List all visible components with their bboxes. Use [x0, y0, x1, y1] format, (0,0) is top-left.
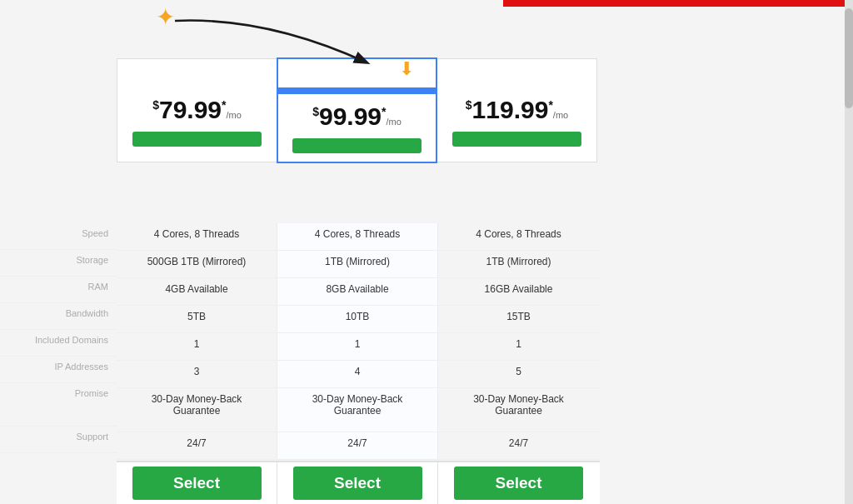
feature-cell-0-1: 4 Cores, 8 Threads — [277, 223, 438, 250]
premium-price-block: $119.99*/mo — [437, 87, 596, 127]
feature-cell-7-0: 24/7 — [117, 432, 277, 459]
feature-cell-5-1: 4 — [277, 361, 438, 387]
bottom-select-cell-2: Select — [438, 462, 599, 504]
feature-cell-6-1: 30-Day Money-Back Guarantee — [277, 388, 438, 432]
bottom-select-buttons: SelectSelectSelect — [117, 461, 600, 504]
feature-cell-0-0: 4 Cores, 8 Threads — [117, 223, 277, 250]
feature-row-2: 4GB Available8GB Available16GB Available — [117, 278, 600, 306]
recommended-badge — [278, 87, 436, 94]
feature-cell-1-0: 500GB 1TB (Mirrored) — [117, 251, 277, 277]
enhanced-select-top-button[interactable] — [292, 138, 422, 153]
promo-banner — [503, 0, 853, 7]
feature-row-7: 24/724/724/7 — [117, 432, 600, 460]
feature-cell-2-0: 4GB Available — [117, 278, 277, 305]
feature-cell-2-2: 16GB Available — [438, 278, 599, 305]
scrollbar-thumb[interactable] — [845, 8, 853, 108]
feature-cell-7-1: 24/7 — [277, 432, 438, 459]
enhanced-current-price: $99.99*/mo — [285, 102, 429, 130]
enhanced-title-row — [278, 59, 436, 87]
feature-cell-0-2: 4 Cores, 8 Threads — [438, 223, 599, 250]
standard-select-top-button[interactable] — [132, 132, 262, 147]
feature-label-1: Storage — [0, 250, 117, 277]
feature-row-1: 500GB 1TB (Mirrored)1TB (Mirrored)1TB (M… — [117, 251, 600, 278]
feature-cell-4-2: 1 — [438, 333, 599, 360]
feature-row-3: 5TB10TB15TB — [117, 306, 600, 333]
feature-label-6: Promise — [0, 383, 117, 427]
bottom-select-cell-0: Select — [117, 462, 277, 504]
standard-current-price: $79.99*/mo — [124, 96, 270, 123]
bottom-select-cell-1: Select — [277, 462, 438, 504]
feature-data: 4 Cores, 8 Threads4 Cores, 8 Threads4 Co… — [117, 223, 600, 460]
feature-cell-7-2: 24/7 — [438, 432, 599, 459]
feature-cell-3-1: 10TB — [277, 306, 438, 332]
feature-row-4: 111 — [117, 333, 600, 361]
feature-cell-6-2: 30-Day Money-Back Guarantee — [438, 388, 599, 432]
feature-cell-1-2: 1TB (Mirrored) — [438, 251, 599, 277]
plans-header: $79.99*/mo $99.99*/mo $119.99*/mo — [117, 58, 600, 162]
feature-cell-2-1: 8GB Available — [277, 278, 438, 305]
feature-cell-6-0: 30-Day Money-Back Guarantee — [117, 388, 277, 432]
feature-cell-5-2: 5 — [438, 361, 599, 387]
svg-text:✦: ✦ — [156, 4, 175, 30]
standard-title-row — [117, 59, 277, 87]
feature-cell-3-2: 15TB — [438, 306, 599, 332]
feature-row-6: 30-Day Money-Back Guarantee30-Day Money-… — [117, 388, 600, 432]
feature-label-7: Support — [0, 427, 117, 453]
plan-standard: $79.99*/mo — [117, 58, 277, 162]
premium-select-top-button[interactable] — [452, 132, 581, 147]
feature-cell-4-0: 1 — [117, 333, 277, 360]
plan-premium: $119.99*/mo — [436, 58, 597, 162]
feature-row-0: 4 Cores, 8 Threads4 Cores, 8 Threads4 Co… — [117, 223, 600, 251]
enhanced-select-bottom-button[interactable]: Select — [293, 467, 422, 500]
feature-label-0: Speed — [0, 223, 117, 250]
standard-select-bottom-button[interactable]: Select — [132, 467, 262, 500]
standard-price-block: $79.99*/mo — [117, 87, 277, 127]
premium-select-bottom-button[interactable]: Select — [454, 467, 583, 500]
plan-enhanced: $99.99*/mo — [277, 57, 437, 163]
scrollbar[interactable] — [845, 0, 853, 504]
feature-label-4: Included Domains — [0, 330, 117, 357]
feature-labels: SpeedStorageRAMBandwidthIncluded Domains… — [0, 223, 117, 453]
feature-cell-3-0: 5TB — [117, 306, 277, 332]
feature-label-5: IP Addresses — [0, 357, 117, 383]
premium-current-price: $119.99*/mo — [444, 96, 590, 123]
feature-label-3: Bandwidth — [0, 303, 117, 330]
feature-row-5: 345 — [117, 361, 600, 388]
enhanced-price-block: $99.99*/mo — [278, 94, 436, 133]
premium-title-row — [437, 59, 596, 87]
feature-cell-1-1: 1TB (Mirrored) — [277, 251, 438, 277]
feature-cell-5-0: 3 — [117, 361, 277, 387]
feature-label-2: RAM — [0, 277, 117, 303]
feature-cell-4-1: 1 — [277, 333, 438, 360]
